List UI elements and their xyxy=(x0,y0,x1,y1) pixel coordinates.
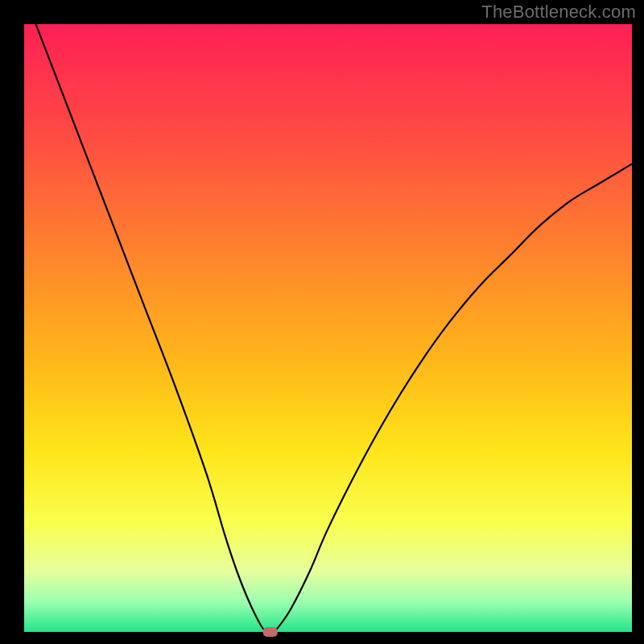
plot-background xyxy=(24,24,632,632)
bottleneck-chart xyxy=(0,0,644,644)
optimum-marker xyxy=(263,627,278,637)
chart-frame: TheBottleneck.com xyxy=(0,0,644,644)
watermark-text: TheBottleneck.com xyxy=(481,2,636,23)
